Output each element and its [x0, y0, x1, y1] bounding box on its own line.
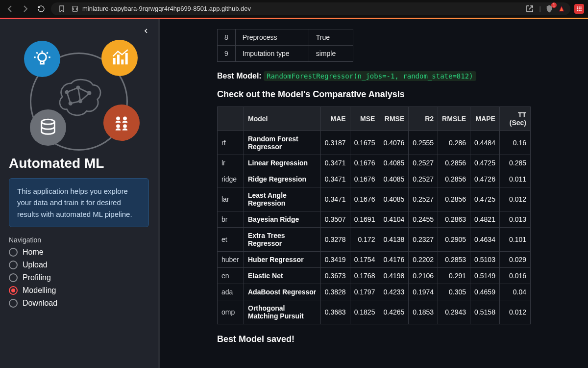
nav-item-home[interactable]: Home [9, 248, 149, 257]
setup-row: 9Imputation typesimple [218, 46, 353, 62]
setup-key: Preprocess [235, 29, 309, 46]
model-metric: 0.4634 [470, 228, 500, 252]
team-icon [103, 105, 140, 141]
model-metric: 0.2853 [438, 252, 470, 268]
setup-val: simple [309, 46, 353, 62]
model-metric: 0.4265 [379, 300, 409, 324]
setup-row: 8PreprocessTrue [218, 29, 353, 46]
nav-item-upload[interactable]: Upload [9, 261, 149, 269]
model-row: etExtra Trees Regressor0.32780.1720.4138… [218, 228, 531, 252]
model-metric: 0.1676 [350, 187, 379, 211]
model-metric: 0.011 [499, 171, 530, 187]
reload-button[interactable] [35, 3, 47, 15]
model-key: lr [218, 155, 244, 171]
model-metric: 0.2856 [438, 171, 470, 187]
model-name: Least Angle Regression [244, 187, 321, 211]
models-col-header: R2 [409, 107, 438, 131]
svg-point-4 [579, 6, 580, 7]
model-metric: 0.2527 [409, 187, 438, 211]
brave-logo-icon[interactable] [558, 5, 565, 13]
model-name: Bayesian Ridge [244, 211, 321, 228]
models-col-header: MSE [350, 107, 379, 131]
svg-point-5 [580, 6, 581, 7]
model-metric: 0.3507 [320, 211, 350, 228]
idea-icon [24, 41, 60, 77]
separator: | [539, 5, 541, 12]
model-row: larLeast Angle Regression0.34710.16760.4… [218, 187, 531, 211]
svg-point-6 [577, 8, 578, 9]
model-metric: 0.1825 [350, 300, 379, 324]
model-metric: 0.4726 [470, 171, 500, 187]
svg-point-10 [579, 10, 580, 11]
database-icon [30, 109, 66, 146]
model-key: huber [218, 252, 244, 268]
model-metric: 0.3278 [320, 228, 350, 252]
best-model-line: Best Model: RandomForestRegressor(n_jobs… [217, 72, 531, 80]
nav-item-label: Upload [23, 261, 48, 269]
nav-item-label: Home [23, 248, 44, 257]
model-metric: 0.4659 [470, 284, 500, 300]
model-name: Ridge Regression [244, 171, 321, 187]
nav-item-download[interactable]: Download [9, 299, 149, 308]
nav-item-profiling[interactable]: Profiling [9, 273, 149, 282]
best-model-code: RandomForestRegressor(n_jobs=-1, random_… [264, 71, 476, 81]
browser-chrome: miniature-capybara-9rqrwgqr4r4hp699-8501… [0, 0, 588, 18]
model-metric: 0.3683 [320, 300, 350, 324]
svg-rect-20 [121, 59, 123, 64]
model-metric: 0.1754 [350, 252, 379, 268]
model-name: Elastic Net [244, 268, 321, 284]
model-metric: 0.2527 [409, 155, 438, 171]
model-metric: 0.2202 [409, 252, 438, 268]
model-metric: 0.1768 [350, 268, 379, 284]
svg-point-24 [123, 116, 127, 120]
model-metric: 0.2856 [438, 187, 470, 211]
models-col-header: MAPE [470, 107, 500, 131]
model-name: Linear Regression [244, 155, 321, 171]
model-metric: 0.291 [438, 268, 470, 284]
models-table: ModelMAEMSERMSER2RMSLEMAPETT (Sec) rfRan… [217, 106, 531, 324]
model-metric: 0.4233 [379, 284, 409, 300]
nav-item-label: Profiling [23, 273, 51, 282]
model-row: rfRandom Forest Regressor0.31870.16750.4… [218, 131, 531, 155]
svg-point-9 [577, 10, 578, 11]
model-metric: 0.2327 [409, 228, 438, 252]
model-metric: 0.3471 [320, 171, 350, 187]
setup-idx: 9 [218, 46, 236, 62]
model-key: lar [218, 187, 244, 211]
model-metric: 0.4138 [379, 228, 409, 252]
radio-dot [9, 248, 18, 257]
model-metric: 0.2943 [438, 300, 470, 324]
model-metric: 0.101 [499, 228, 530, 252]
model-key: br [218, 211, 244, 228]
model-name: Huber Regressor [244, 252, 321, 268]
collapse-sidebar-button[interactable] [139, 24, 153, 38]
model-metric: 0.1797 [350, 284, 379, 300]
brave-shield-icon[interactable]: 1 [545, 4, 554, 13]
share-icon[interactable] [524, 3, 536, 15]
model-metric: 0.5149 [470, 268, 500, 284]
svg-point-11 [580, 10, 581, 11]
radio-dot [9, 299, 18, 308]
model-row: brBayesian Ridge0.35070.16910.41040.2455… [218, 211, 531, 228]
bookmark-icon[interactable] [56, 3, 68, 15]
main-content[interactable]: 8PreprocessTrue9Imputation typesimple Be… [160, 19, 588, 368]
extension-icon[interactable] [574, 4, 584, 14]
model-metric: 0.4725 [470, 187, 500, 211]
model-metric: 0.4725 [470, 155, 500, 171]
model-name: Orthogonal Matching Pursuit [244, 300, 321, 324]
model-key: ada [218, 284, 244, 300]
model-metric: 0.16 [499, 131, 530, 155]
svg-point-25 [116, 124, 120, 128]
nav-item-label: Modelling [23, 286, 56, 295]
model-metric: 0.013 [499, 211, 530, 228]
back-button[interactable] [4, 3, 16, 15]
model-metric: 0.2106 [409, 268, 438, 284]
model-metric: 0.2863 [438, 211, 470, 228]
address-bar[interactable]: miniature-capybara-9rqrwgqr4r4hp699-8501… [51, 2, 570, 15]
nav-item-modelling[interactable]: Modelling [9, 286, 149, 295]
radio-dot [9, 273, 18, 282]
radio-dot [9, 286, 18, 295]
svg-point-26 [123, 124, 127, 128]
nav-radio-group: HomeUploadProfilingModellingDownload [9, 248, 149, 308]
forward-button[interactable] [20, 3, 31, 15]
